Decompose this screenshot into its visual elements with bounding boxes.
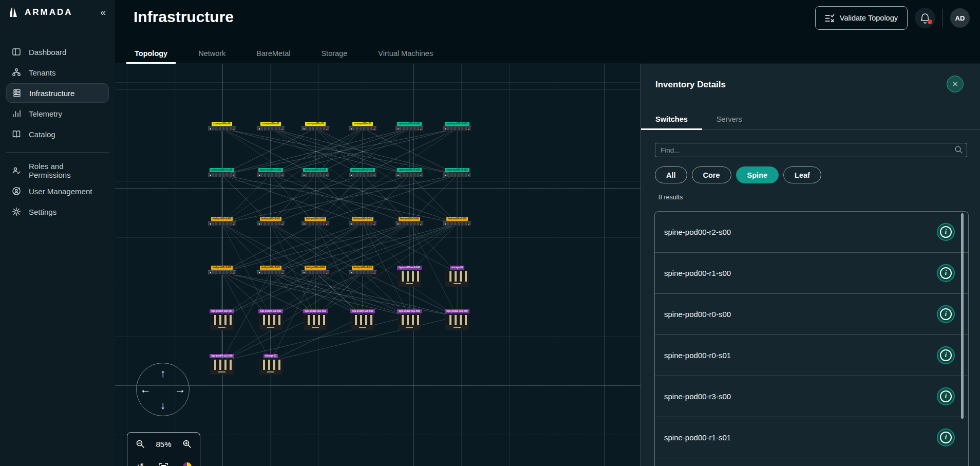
- pan-down-button[interactable]: ↓: [160, 399, 166, 412]
- legend-pie-button[interactable]: [181, 461, 193, 466]
- tab-virtual-machines[interactable]: Virtual Machines: [377, 43, 434, 64]
- sidebar-item-catalog[interactable]: Catalog: [6, 124, 109, 144]
- topology-node-leaf[interactable]: leaf-pod00-r1-l01: [346, 217, 380, 226]
- topology-node-server[interactable]: hgx-pod00-su0-h00: [392, 266, 426, 287]
- list-scrollbar[interactable]: [961, 213, 964, 419]
- topology-node-spine[interactable]: spine-pod00-r2-s00: [298, 168, 332, 177]
- topology-node-spine[interactable]: spine-pod00-r2-s01: [346, 168, 380, 177]
- topology-node-spine[interactable]: spine-pod00-r1-s01: [254, 168, 288, 177]
- info-button[interactable]: i: [937, 387, 955, 405]
- close-icon: ✕: [952, 80, 958, 89]
- topology-node-spine[interactable]: spine-pod00-r3-s00: [392, 168, 426, 177]
- roles-icon: [11, 165, 22, 176]
- sidebar-item-dashboard[interactable]: Dashboard: [6, 42, 109, 62]
- zoom-out-button[interactable]: [135, 438, 146, 450]
- validate-topology-icon: [825, 14, 835, 23]
- switch-list-item[interactable]: spine-pod00-r1-s01i: [655, 417, 968, 458]
- switch-glyph: [348, 270, 377, 275]
- zoom-in-button[interactable]: [181, 438, 193, 450]
- switch-list-item[interactable]: spine-pod00-r0-s01i: [655, 335, 968, 376]
- info-icon: i: [940, 308, 952, 320]
- fit-view-button[interactable]: [158, 461, 169, 466]
- topology-node-server[interactable]: hgx-pod00-su0-h01: [205, 309, 239, 330]
- topology-node-leaf[interactable]: leaf-pod00-r2-l01: [440, 217, 474, 226]
- topology-node-server[interactable]: hgx-pod00-su1-h05: [392, 309, 426, 330]
- topology-node-spine[interactable]: spine-pod00-r0-s00: [392, 122, 426, 131]
- topology-node-spine[interactable]: spine-pod00-r3-s01: [440, 168, 474, 177]
- sidebar-item-infrastructure[interactable]: Infrastructure: [6, 83, 109, 103]
- node-label: spine-pod00-r2-s00: [303, 168, 327, 172]
- node-label: core-pod00-c02: [305, 122, 325, 126]
- pan-right-button[interactable]: →: [175, 383, 185, 396]
- topology-node-server[interactable]: storage-00: [440, 266, 474, 287]
- node-label: core-pod00-c01: [260, 122, 280, 126]
- inventory-tab-switches[interactable]: Switches: [641, 108, 702, 129]
- topology-node-leaf[interactable]: leaf-pod00-r2-l00: [392, 217, 426, 226]
- topology-node-core[interactable]: core-pod00-c02: [298, 122, 332, 131]
- info-button[interactable]: i: [937, 264, 955, 282]
- search-icon: [954, 145, 963, 154]
- topology-node-leaf[interactable]: leaf-pod00-r3-l00: [205, 266, 239, 275]
- users-icon: [11, 186, 22, 196]
- inventory-tab-servers[interactable]: Servers: [702, 108, 757, 129]
- sidebar-item-roles-and-permissions[interactable]: Roles and Permissions: [6, 161, 109, 180]
- switch-list-item[interactable]: spine-pod00-r1-s00i: [655, 253, 968, 294]
- switch-list-item[interactable]: spine-pod00-r3-s00i: [655, 376, 968, 417]
- switch-glyph: [348, 173, 377, 177]
- server-rack-glyph: [398, 314, 421, 330]
- user-avatar[interactable]: AD: [950, 8, 970, 28]
- topology-node-server[interactable]: hgx-pod00-su0-h02: [254, 309, 288, 330]
- topology-node-spine[interactable]: spine-pod00-r0-s01: [440, 122, 474, 131]
- server-rack-glyph: [210, 359, 234, 375]
- tab-topology[interactable]: Topology: [134, 43, 168, 64]
- notifications-button[interactable]: [915, 8, 935, 28]
- topology-node-server[interactable]: hgx-pod00-su1-h00: [205, 354, 239, 375]
- sidebar-item-label: Infrastructure: [29, 89, 74, 98]
- tab-storage[interactable]: Storage: [320, 43, 348, 64]
- close-panel-button[interactable]: ✕: [947, 76, 964, 92]
- topology-node-leaf[interactable]: leaf-pod00-r1-l00: [298, 217, 332, 226]
- info-button[interactable]: i: [937, 428, 955, 446]
- switch-list-item[interactable]: [655, 458, 968, 466]
- pan-left-button[interactable]: ←: [140, 383, 151, 396]
- tab-baremetal[interactable]: BareMetal: [255, 43, 291, 64]
- topology-node-core[interactable]: core-pod00-c03: [346, 122, 380, 131]
- topology-node-server[interactable]: hgx-pod00-su0-h03: [346, 309, 380, 330]
- topology-node-leaf[interactable]: leaf-pod00-r0-l00: [205, 217, 239, 226]
- topology-node-server[interactable]: storage-01: [254, 354, 288, 375]
- topology-node-spine[interactable]: spine-pod00-r1-s00: [205, 168, 239, 177]
- filter-chip-spine[interactable]: Spine: [736, 166, 779, 183]
- info-button[interactable]: i: [937, 346, 955, 364]
- topology-node-core[interactable]: core-pod00-c00: [205, 122, 239, 131]
- filter-chip-core[interactable]: Core: [692, 166, 731, 183]
- sidebar-item-settings[interactable]: Settings: [6, 202, 109, 221]
- validate-topology-button[interactable]: Validate Topology: [815, 6, 908, 30]
- topology-node-leaf[interactable]: leaf-pod00-r0-l01: [254, 217, 288, 226]
- switch-list-item[interactable]: spine-pod00-r2-s00i: [655, 212, 968, 253]
- topology-node-leaf[interactable]: leaf-pod00-r4-l01: [346, 266, 380, 275]
- info-button[interactable]: i: [937, 305, 955, 323]
- tab-network[interactable]: Network: [197, 43, 227, 64]
- sidebar-item-tenants[interactable]: Tenants: [6, 63, 109, 82]
- switch-glyph: [395, 173, 424, 177]
- info-button[interactable]: i: [937, 223, 955, 241]
- armada-logo-icon: [7, 6, 21, 19]
- filter-chip-leaf[interactable]: Leaf: [783, 166, 821, 183]
- server-rack-glyph: [210, 314, 234, 330]
- find-input[interactable]: [655, 143, 967, 157]
- reset-view-button[interactable]: ↺: [135, 461, 146, 466]
- catalog-icon: [11, 129, 22, 139]
- header: Infrastructure TopologyNetworkBareMetalS…: [115, 0, 980, 64]
- filter-chip-all[interactable]: All: [655, 166, 687, 183]
- topology-node-server[interactable]: hgx-pod00-su0-h05: [440, 309, 474, 330]
- topology-node-core[interactable]: core-pod00-c01: [254, 122, 288, 131]
- sidebar-item-user-management[interactable]: User Management: [6, 181, 109, 201]
- topology-node-leaf[interactable]: leaf-pod00-r3-l01: [254, 266, 288, 275]
- pan-up-button[interactable]: ↑: [160, 367, 166, 380]
- sidebar-collapse-icon[interactable]: «: [98, 7, 108, 18]
- sidebar-item-label: Roles and Permissions: [29, 162, 104, 179]
- topology-node-server[interactable]: hgx-pod00-su1-h02: [298, 309, 332, 330]
- switch-list-item[interactable]: spine-pod00-r0-s00i: [655, 294, 968, 335]
- topology-node-leaf[interactable]: leaf-pod00-r4-l00: [298, 266, 332, 275]
- sidebar-item-telemetry[interactable]: Telemetry: [6, 104, 109, 123]
